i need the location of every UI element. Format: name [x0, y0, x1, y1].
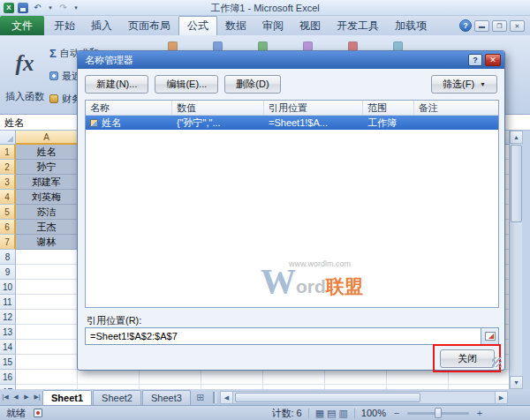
row-header[interactable]: 10	[0, 280, 16, 295]
tab-insert[interactable]: 插入	[83, 16, 120, 35]
cell[interactable]	[16, 250, 78, 265]
zoom-in-icon[interactable]: +	[475, 408, 484, 418]
save-icon[interactable]	[18, 3, 28, 13]
redo-icon[interactable]: ↷	[57, 2, 69, 13]
scroll-down-icon[interactable]: ▼	[510, 376, 523, 389]
last-sheet-icon[interactable]: ▶|	[32, 394, 42, 401]
row-header[interactable]: 5	[0, 205, 16, 220]
col-header-scope[interactable]: 范围	[363, 101, 414, 115]
horizontal-scroll-thumb[interactable]	[235, 393, 420, 402]
row-header[interactable]: 15	[0, 355, 16, 370]
first-sheet-icon[interactable]: |◀	[0, 394, 11, 401]
vertical-scroll-thumb[interactable]	[511, 145, 522, 222]
refers-to-input[interactable]: =Sheet1!$A$2:$A$7	[86, 328, 481, 344]
tab-file[interactable]: 文件	[0, 16, 44, 35]
tab-home[interactable]: 开始	[46, 16, 83, 35]
tab-split-handle[interactable]	[213, 392, 216, 403]
dialog-resize-grip[interactable]	[492, 357, 502, 367]
cell[interactable]	[16, 295, 78, 310]
prev-sheet-icon[interactable]: ◀	[11, 394, 21, 401]
cell[interactable]	[16, 340, 78, 355]
zoom-level[interactable]: 100%	[361, 408, 386, 418]
cell[interactable]	[16, 310, 78, 325]
cell-A5[interactable]: 苏洁	[16, 205, 78, 220]
col-header-name[interactable]: 名称	[86, 101, 172, 115]
column-header-A[interactable]: A	[16, 131, 78, 145]
row-header[interactable]: 14	[0, 340, 16, 355]
col-header-refers-to[interactable]: 引用位置	[264, 101, 363, 115]
qat-customize-icon[interactable]: ▾	[72, 2, 80, 13]
undo-dropdown-icon[interactable]: ▾	[47, 2, 54, 13]
row-header[interactable]: 6	[0, 220, 16, 235]
filter-button[interactable]: 筛选(F) ▼	[431, 75, 497, 94]
tab-developer[interactable]: 开发工具	[329, 16, 387, 35]
zoom-slider-thumb[interactable]	[435, 408, 442, 418]
undo-icon[interactable]: ↶	[32, 2, 43, 13]
col-header-value[interactable]: 数值	[172, 101, 264, 115]
cell[interactable]	[16, 355, 78, 370]
cell-A4[interactable]: 刘英梅	[16, 190, 78, 205]
name-box[interactable]: 姓名	[0, 115, 87, 130]
row-header[interactable]: 1	[0, 145, 16, 160]
insert-worksheet-icon[interactable]: ⊞	[192, 392, 209, 403]
name-list-row-selected[interactable]: 姓名 {"孙宁","... =Sheet1!$A... 工作簿	[86, 116, 498, 130]
row-header[interactable]: 16	[0, 370, 16, 385]
cell-A2[interactable]: 孙宁	[16, 160, 78, 175]
select-all-corner[interactable]	[0, 131, 16, 145]
cell-A6[interactable]: 王杰	[16, 220, 78, 235]
col-header-comment[interactable]: 备注	[414, 101, 498, 115]
tab-review[interactable]: 审阅	[254, 16, 292, 35]
vertical-scrollbar[interactable]: ▲ ▼	[509, 131, 522, 389]
range-select-button[interactable]	[481, 328, 498, 344]
normal-view-icon[interactable]: ▦	[315, 408, 324, 419]
page-layout-view-icon[interactable]: ▤	[327, 408, 336, 419]
cell[interactable]	[16, 280, 78, 295]
row-header[interactable]: 4	[0, 190, 16, 205]
row-header[interactable]: 8	[0, 250, 16, 265]
scroll-right-icon[interactable]: ▶	[495, 391, 508, 404]
horizontal-scrollbar[interactable]: ◀ ▶	[220, 391, 508, 404]
row-header[interactable]: 2	[0, 160, 16, 175]
watermark-text-cn: 联盟	[326, 274, 363, 299]
insert-function-button[interactable]: fx 插入函数	[2, 39, 48, 113]
cell-A1[interactable]: 姓名	[16, 145, 78, 160]
dialog-help-icon[interactable]: ?	[468, 54, 482, 66]
cell[interactable]	[16, 265, 78, 280]
tab-data[interactable]: 数据	[217, 16, 254, 35]
tab-formulas[interactable]: 公式	[178, 16, 217, 35]
cell[interactable]	[16, 325, 78, 340]
record-macro-icon[interactable]	[34, 409, 42, 417]
workbook-restore-icon[interactable]: ❐	[492, 20, 507, 32]
zoom-out-icon[interactable]: −	[392, 408, 401, 418]
horizontal-scroll-track[interactable]	[233, 391, 495, 404]
scroll-left-icon[interactable]: ◀	[220, 391, 233, 404]
tab-addins[interactable]: 加载项	[387, 16, 435, 35]
zoom-slider[interactable]	[407, 412, 469, 415]
row-header[interactable]: 12	[0, 310, 16, 325]
close-button[interactable]: 关闭	[440, 349, 495, 368]
row-header[interactable]: 11	[0, 295, 16, 310]
sheet-tab-sheet3[interactable]: Sheet3	[142, 390, 191, 405]
cell-A3[interactable]: 郑建军	[16, 175, 78, 190]
sheet-tab-sheet2[interactable]: Sheet2	[93, 390, 141, 405]
cell[interactable]	[16, 370, 78, 385]
tab-page-layout[interactable]: 页面布局	[120, 16, 178, 35]
help-icon[interactable]: ?	[459, 19, 472, 32]
delete-name-button[interactable]: 删除(D)	[224, 75, 280, 94]
scroll-up-icon[interactable]: ▲	[510, 131, 523, 144]
row-header[interactable]: 3	[0, 175, 16, 190]
cell-A7[interactable]: 谢林	[16, 235, 78, 250]
workbook-minimize-icon[interactable]: ▬	[474, 20, 489, 32]
next-sheet-icon[interactable]: ▶	[21, 394, 32, 401]
sheet-tab-sheet1[interactable]: Sheet1	[42, 390, 92, 405]
tab-view[interactable]: 视图	[292, 16, 329, 35]
dialog-title-bar[interactable]: 名称管理器 ? ✕	[78, 51, 504, 69]
row-header[interactable]: 7	[0, 235, 16, 250]
dialog-close-icon[interactable]: ✕	[485, 54, 501, 66]
edit-name-button[interactable]: 编辑(E)...	[155, 75, 218, 94]
new-name-button[interactable]: 新建(N)...	[85, 75, 148, 94]
workbook-close-icon[interactable]: ✕	[510, 20, 525, 32]
row-header[interactable]: 13	[0, 325, 16, 340]
page-break-view-icon[interactable]: ▥	[338, 408, 347, 419]
row-header[interactable]: 9	[0, 265, 16, 280]
